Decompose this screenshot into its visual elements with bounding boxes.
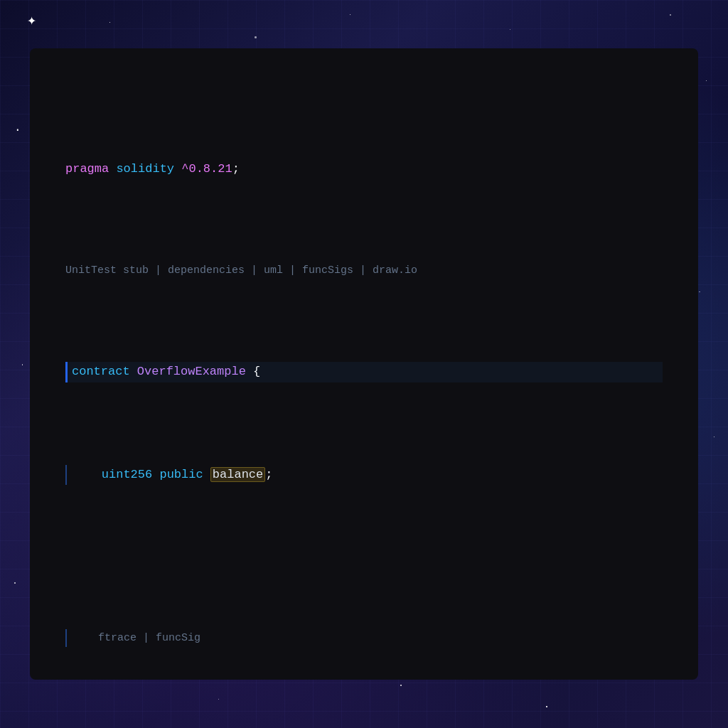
star-3 — [255, 36, 257, 38]
semicolon: ; — [232, 162, 240, 176]
ftrace-comment-1: ftrace | funcSig — [65, 629, 663, 648]
code-panel: pragma solidity ^0.8.21; UnitTest stub |… — [30, 48, 698, 680]
blank-line-1 — [65, 526, 663, 547]
star-19 — [546, 706, 547, 707]
pragma-line: pragma solidity ^0.8.21; — [65, 159, 663, 180]
solidity-keyword: solidity — [116, 162, 174, 176]
star-18 — [400, 685, 402, 686]
uint-keyword: uint256 — [102, 468, 152, 481]
code-content: pragma solidity ^0.8.21; UnitTest stub |… — [65, 77, 663, 680]
star-13 — [699, 291, 700, 293]
star-6 — [510, 29, 510, 30]
star-8 — [670, 14, 671, 16]
uint-line: uint256 public balance; — [65, 465, 663, 486]
sparkle-star-5: · — [14, 124, 21, 136]
star-10 — [22, 364, 23, 365]
bright-star-tl: ✦ — [27, 11, 36, 30]
version-value: ^0.8.21 — [181, 162, 232, 176]
pragma-keyword: pragma — [65, 162, 109, 176]
open-brace-contract: { — [253, 362, 260, 382]
contract-line: contract OverflowExample { — [65, 362, 663, 382]
balance-var-highlight: balance — [210, 467, 265, 482]
contract-name: OverflowExample — [137, 362, 246, 382]
public-keyword: public — [159, 468, 203, 481]
contract-keyword: contract — [72, 362, 130, 382]
stub-comment: UnitTest stub | dependencies | uml | fun… — [65, 262, 663, 280]
